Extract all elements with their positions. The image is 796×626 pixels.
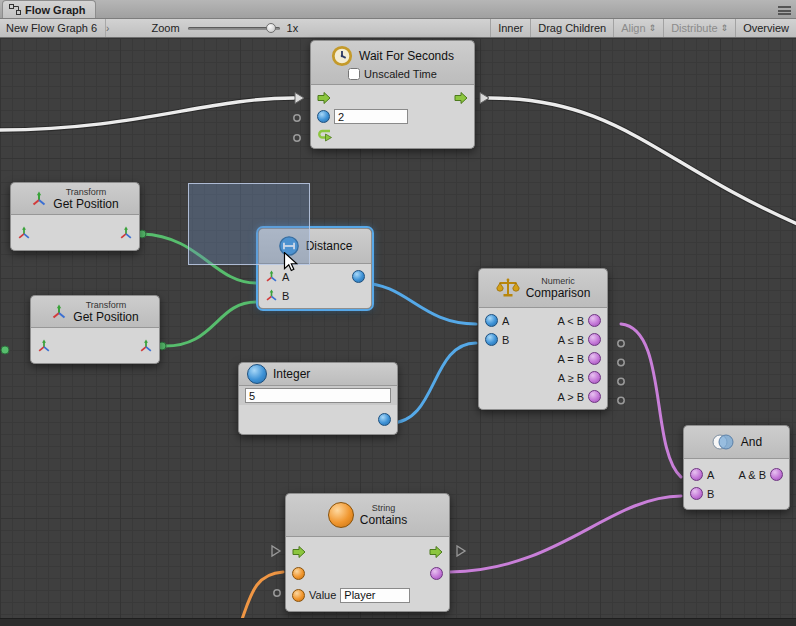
position-output-port-icon[interactable] xyxy=(139,339,153,353)
a-lessequal-b-port[interactable] xyxy=(588,333,601,346)
a-greaterequal-b-port[interactable] xyxy=(588,371,601,384)
seconds-port[interactable] xyxy=(317,110,330,123)
graph-toolbar: New Flow Graph 6 › Zoom 1x Inner Drag Ch… xyxy=(0,19,796,38)
zoom-slider-knob[interactable] xyxy=(266,23,276,33)
node-title: Get Position xyxy=(53,197,118,211)
node-title: And xyxy=(741,435,762,449)
node-title: Contains xyxy=(360,513,407,527)
window-bottom-edge xyxy=(0,618,796,626)
button-label: Overview xyxy=(743,22,789,34)
output-label: A ≤ B xyxy=(558,334,584,346)
flow-out-port-icon[interactable] xyxy=(429,545,443,559)
clock-icon xyxy=(331,45,353,67)
contains-value-port[interactable] xyxy=(292,589,305,602)
transform-input-port-icon[interactable] xyxy=(17,226,31,240)
and-output-port[interactable] xyxy=(770,468,783,481)
breadcrumb-separator: › xyxy=(106,23,113,34)
loop-exit-port-icon[interactable] xyxy=(317,128,333,143)
drag-children-button[interactable]: Drag Children xyxy=(530,19,613,37)
input-b-label: B xyxy=(282,290,289,302)
a-equal-b-port[interactable] xyxy=(588,352,601,365)
output-label: A ≥ B xyxy=(558,372,584,384)
chevron-updown-icon: ⇕ xyxy=(649,23,657,33)
node-get-position-1[interactable]: Transform Get Position xyxy=(10,182,140,251)
vector-port-icon[interactable] xyxy=(265,289,278,302)
node-header[interactable]: Integer xyxy=(238,362,398,386)
integer-output-port[interactable] xyxy=(378,413,391,426)
output-label: A > B xyxy=(557,391,584,403)
transform-axes-icon xyxy=(51,304,67,320)
flow-in-port-icon[interactable] xyxy=(292,545,306,559)
button-label: Inner xyxy=(498,22,523,34)
distance-output-port[interactable] xyxy=(352,270,365,283)
node-title: Integer xyxy=(273,367,310,381)
a-greater-b-port[interactable] xyxy=(588,390,601,403)
and-a-port[interactable] xyxy=(690,468,703,481)
chevron-updown-icon: ⇕ xyxy=(721,23,729,33)
node-header[interactable]: Transform Get Position xyxy=(30,295,160,328)
button-label: Drag Children xyxy=(538,22,606,34)
flow-in-port-icon[interactable] xyxy=(317,91,331,105)
scales-icon xyxy=(496,277,520,299)
seconds-input[interactable] xyxy=(334,109,408,124)
node-header[interactable]: And xyxy=(683,425,790,459)
tab-flow-graph[interactable]: Flow Graph xyxy=(2,0,96,18)
input-b-label: B xyxy=(502,334,509,346)
zoom-value: 1x xyxy=(287,22,299,34)
transform-input-port-icon[interactable] xyxy=(37,339,51,353)
breadcrumb-label: New Flow Graph 6 xyxy=(6,22,97,34)
node-wait-for-seconds[interactable]: Wait For Seconds Unscaled Time xyxy=(310,40,475,149)
output-label: A & B xyxy=(738,469,766,481)
output-label: A < B xyxy=(557,315,584,327)
node-subtitle: Numeric xyxy=(526,276,591,286)
position-output-port-icon[interactable] xyxy=(119,226,133,240)
comparison-b-port[interactable] xyxy=(485,333,498,346)
node-header[interactable]: Wait For Seconds Unscaled Time xyxy=(310,40,475,85)
title-bar: Flow Graph xyxy=(0,0,796,19)
node-title: Comparison xyxy=(526,286,591,300)
node-numeric-comparison[interactable]: Numeric Comparison A A < B B xyxy=(478,268,608,410)
node-subtitle: Transform xyxy=(73,300,138,310)
zoom-slider[interactable] xyxy=(188,23,280,33)
contains-target-port[interactable] xyxy=(292,567,305,580)
comparison-a-port[interactable] xyxy=(485,314,498,327)
align-button[interactable]: Align ⇕ xyxy=(613,19,663,37)
value-label: Value xyxy=(309,589,336,601)
input-a-label: A xyxy=(502,315,509,327)
node-string-contains[interactable]: String Contains Value xyxy=(285,493,450,612)
node-get-position-2[interactable]: Transform Get Position xyxy=(30,295,160,364)
venn-intersection-icon xyxy=(711,434,735,450)
integer-field-row xyxy=(238,386,398,405)
value-input[interactable] xyxy=(340,588,410,603)
node-subtitle: String xyxy=(360,503,407,513)
node-title: Wait For Seconds xyxy=(359,49,454,63)
node-header[interactable]: Transform Get Position xyxy=(10,182,140,215)
inner-button[interactable]: Inner xyxy=(490,19,530,37)
node-title: Distance xyxy=(306,239,353,253)
menu-icon[interactable] xyxy=(778,6,791,15)
breadcrumb[interactable]: New Flow Graph 6 xyxy=(0,19,106,37)
vector-port-icon[interactable] xyxy=(265,270,278,283)
window-title: Flow Graph xyxy=(25,4,86,16)
unscaled-time-label: Unscaled Time xyxy=(364,68,437,80)
contains-result-port[interactable] xyxy=(430,567,443,580)
node-header[interactable]: Numeric Comparison xyxy=(478,268,608,308)
unscaled-time-checkbox[interactable] xyxy=(348,68,360,80)
input-b-label: B xyxy=(707,488,714,500)
zoom-label: Zoom xyxy=(151,22,179,34)
string-circle-icon xyxy=(328,502,354,528)
transform-axes-icon xyxy=(31,191,47,207)
distribute-button[interactable]: Distribute ⇕ xyxy=(663,19,735,37)
flow-out-port-icon[interactable] xyxy=(454,91,468,105)
and-b-port[interactable] xyxy=(690,487,703,500)
integer-circle-icon xyxy=(247,364,267,384)
node-integer[interactable]: Integer xyxy=(238,362,398,435)
node-subtitle: Transform xyxy=(53,187,118,197)
a-less-b-port[interactable] xyxy=(588,314,601,327)
node-header[interactable]: String Contains xyxy=(285,493,450,537)
integer-input[interactable] xyxy=(245,388,391,403)
node-title: Get Position xyxy=(73,310,138,324)
node-and[interactable]: And A A & B B xyxy=(683,425,790,510)
flow-graph-window: Flow Graph New Flow Graph 6 › Zoom 1x In… xyxy=(0,0,796,626)
overview-button[interactable]: Overview xyxy=(735,19,796,37)
